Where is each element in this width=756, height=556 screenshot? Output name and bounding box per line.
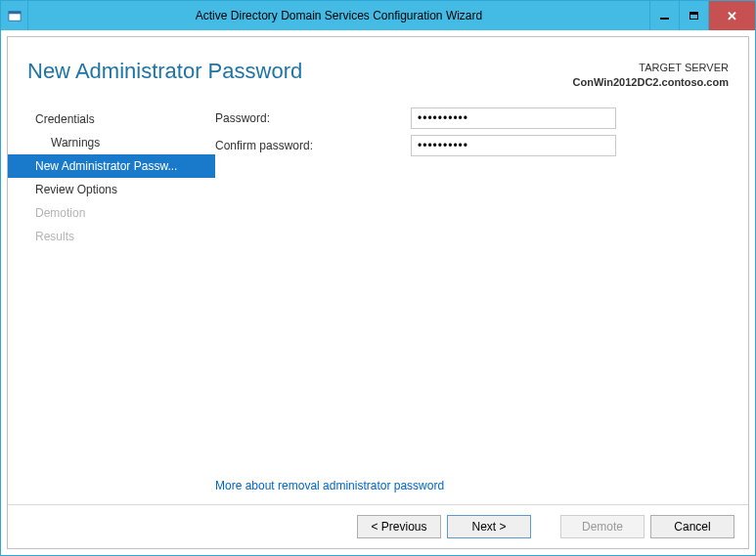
close-icon: ✕	[727, 9, 737, 23]
password-input[interactable]	[411, 107, 616, 129]
step-warnings[interactable]: Warnings	[8, 131, 215, 154]
form-area: Password: Confirm password: More about r…	[215, 104, 748, 504]
wizard-steps: Credentials Warnings New Administrator P…	[8, 104, 215, 504]
target-server-block: TARGET SERVER ConWin2012DC2.contoso.com	[573, 59, 729, 90]
button-bar: < Previous Next > Demote Cancel	[8, 504, 748, 548]
target-server-value: ConWin2012DC2.contoso.com	[573, 75, 729, 90]
minimize-icon	[660, 18, 669, 20]
header-row: New Administrator Password TARGET SERVER…	[8, 37, 748, 96]
password-label: Password:	[215, 111, 411, 125]
window-title: Active Directory Domain Services Configu…	[28, 9, 649, 22]
step-credentials[interactable]: Credentials	[8, 107, 215, 131]
app-icon	[1, 1, 28, 30]
body-row: Credentials Warnings New Administrator P…	[8, 96, 748, 504]
password-row: Password:	[215, 107, 729, 129]
wizard-window: Active Directory Domain Services Configu…	[0, 0, 756, 556]
page-title: New Administrator Password	[27, 59, 302, 90]
minimize-button[interactable]	[649, 1, 679, 30]
close-button[interactable]: ✕	[708, 1, 755, 30]
confirm-password-input[interactable]	[411, 135, 616, 156]
client-area: New Administrator Password TARGET SERVER…	[7, 36, 749, 549]
svg-rect-1	[8, 12, 20, 15]
step-review-options[interactable]: Review Options	[8, 178, 215, 201]
target-server-label: TARGET SERVER	[573, 61, 729, 75]
button-gap	[537, 515, 555, 538]
step-new-admin-password[interactable]: New Administrator Passw...	[8, 154, 215, 178]
titlebar: Active Directory Domain Services Configu…	[1, 1, 755, 30]
step-demotion: Demotion	[8, 201, 215, 225]
next-button[interactable]: Next >	[447, 515, 531, 538]
window-controls: ✕	[649, 1, 755, 30]
confirm-password-label: Confirm password:	[215, 139, 411, 152]
more-about-link[interactable]: More about removal administrator passwor…	[215, 479, 444, 492]
maximize-icon	[689, 12, 698, 20]
step-results: Results	[8, 225, 215, 248]
demote-button: Demote	[560, 515, 645, 538]
previous-button[interactable]: < Previous	[357, 515, 441, 538]
cancel-button[interactable]: Cancel	[650, 515, 734, 538]
maximize-button[interactable]	[679, 1, 708, 30]
confirm-password-row: Confirm password:	[215, 135, 729, 156]
